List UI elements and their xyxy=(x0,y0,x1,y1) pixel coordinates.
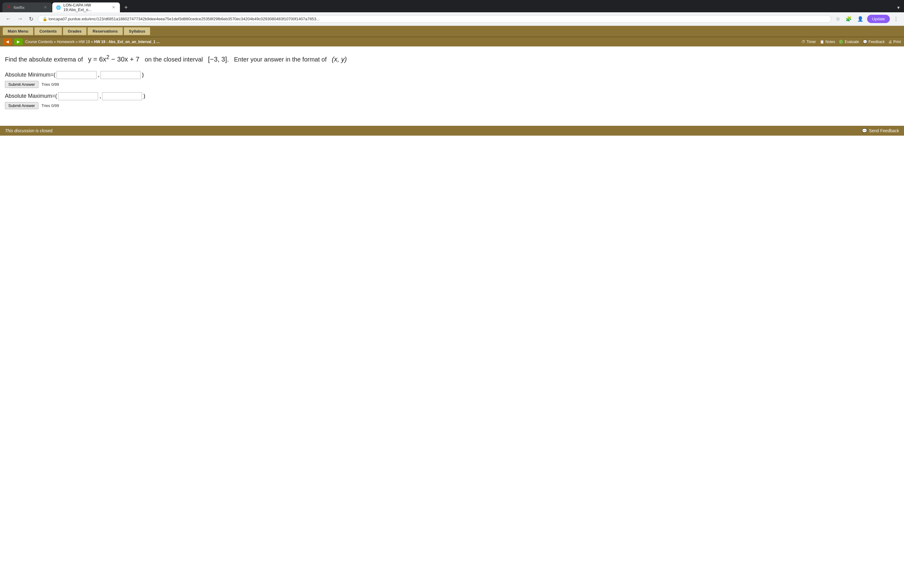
breadcrumb-right: ⏱ Timer 📋 Notes 🟢 Evaluate 💬 Feedback 🖨 … xyxy=(801,40,901,44)
tab-main-menu[interactable]: Main Menu xyxy=(2,27,33,35)
tab-netflix[interactable]: N Netflix × xyxy=(2,2,52,12)
absolute-minimum-tries: Tries 0/99 xyxy=(41,82,59,87)
breadcrumb-bar: ◄ ► Course Contents » Homework » HW 19 »… xyxy=(0,37,904,46)
timer-button[interactable]: ⏱ Timer xyxy=(801,40,816,44)
breadcrumb-current: HW 19 : Abs_Ext_on_an_Interval_1 ... xyxy=(94,40,160,44)
tab-contents[interactable]: Contents xyxy=(34,27,62,35)
loncapa-tabs: Main Menu Contents Grades Reservations S… xyxy=(0,27,904,35)
evaluate-button[interactable]: 🟢 Evaluate xyxy=(839,40,859,44)
netflix-favicon: N xyxy=(6,5,11,10)
problem-text: Find the absolute extrema of y = 6x2 − 3… xyxy=(5,52,899,65)
tab-bar: N Netflix × 🌐 LON-CAPA HW 19:Abs_Ext_o..… xyxy=(0,0,904,12)
absolute-maximum-x-input[interactable] xyxy=(58,92,98,100)
send-feedback-icon: 💬 xyxy=(862,128,867,133)
reload-button[interactable]: ↻ xyxy=(27,14,35,24)
loncapa-nav: Main Menu Contents Grades Reservations S… xyxy=(0,26,904,37)
evaluate-icon: 🟢 xyxy=(839,40,844,44)
extensions-button[interactable]: 🧩 xyxy=(844,15,853,23)
absolute-minimum-submit-row: Submit Answer Tries 0/99 xyxy=(5,81,899,88)
notes-icon: 📋 xyxy=(820,40,824,44)
print-icon: 🖨 xyxy=(888,40,892,44)
notes-button[interactable]: 📋 Notes xyxy=(820,40,835,44)
absolute-minimum-closing: ) xyxy=(142,72,144,78)
breadcrumb-left: ◄ ► Course Contents » Homework » HW 19 »… xyxy=(3,38,160,45)
print-button[interactable]: 🖨 Print xyxy=(888,40,901,44)
profile-button[interactable]: 👤 xyxy=(855,15,865,23)
tab-extra-controls: ▾ xyxy=(895,4,902,11)
problem-interval: [−3, 3]. xyxy=(208,55,229,63)
tab-list-button[interactable]: ▾ xyxy=(895,4,902,11)
tab-netflix-close[interactable]: × xyxy=(43,4,48,11)
print-label: Print xyxy=(893,40,901,44)
problem-middle: on the closed interval xyxy=(145,56,203,63)
absolute-maximum-label: Absolute Maximum=( xyxy=(5,93,57,99)
tab-loncapa-label: LON-CAPA HW 19:Abs_Ext_o... xyxy=(63,3,111,12)
absolute-minimum-comma: , xyxy=(98,72,99,78)
nav-bar: ← → ↻ 🔒 loncapa07.purdue.edu/enc/123/d68… xyxy=(0,12,904,26)
url-bar[interactable]: 🔒 loncapa07.purdue.edu/enc/123/d6851a186… xyxy=(38,15,831,23)
new-tab-button[interactable]: + xyxy=(122,3,130,12)
feedback-label: Feedback xyxy=(869,40,885,44)
absolute-minimum-group: Absolute Minimum=( , ) Submit Answer Tri… xyxy=(5,71,899,88)
problem-equation: y = 6x2 − 30x + 7 xyxy=(88,55,141,63)
problem-suffix: Enter your answer in the format of xyxy=(234,56,327,63)
tab-netflix-label: Netflix xyxy=(14,5,25,10)
tab-syllabus[interactable]: Syllabus xyxy=(123,27,150,35)
absolute-maximum-tries: Tries 0/99 xyxy=(41,103,59,108)
feedback-button[interactable]: 💬 Feedback xyxy=(863,40,885,44)
bookmark-button[interactable]: ☆ xyxy=(834,15,842,23)
update-button[interactable]: Update xyxy=(867,15,890,23)
back-button[interactable]: ← xyxy=(4,14,13,24)
absolute-maximum-comma: , xyxy=(99,93,101,100)
tab-grades[interactable]: Grades xyxy=(63,27,87,35)
breadcrumb: Course Contents » Homework » HW 19 » HW … xyxy=(25,40,160,44)
timer-label: Timer xyxy=(806,40,816,44)
absolute-maximum-y-input[interactable] xyxy=(102,92,142,100)
breadcrumb-forward-button[interactable]: ► xyxy=(14,38,23,45)
tab-loncapa[interactable]: 🌐 LON-CAPA HW 19:Abs_Ext_o... × xyxy=(52,2,120,12)
nav-right-controls: ☆ 🧩 👤 Update ⋮ xyxy=(834,15,900,23)
absolute-minimum-line: Absolute Minimum=( , ) xyxy=(5,71,899,79)
absolute-maximum-submit-row: Submit Answer Tries 0/99 xyxy=(5,102,899,109)
absolute-maximum-line: Absolute Maximum=( , ) xyxy=(5,92,899,100)
timer-icon: ⏱ xyxy=(801,40,805,44)
browser-chrome: N Netflix × 🌐 LON-CAPA HW 19:Abs_Ext_o..… xyxy=(0,0,904,26)
content-area: Find the absolute extrema of y = 6x2 − 3… xyxy=(0,46,904,120)
url-text: loncapa07.purdue.edu/enc/123/d6851a18602… xyxy=(49,17,827,21)
tab-loncapa-close[interactable]: × xyxy=(111,4,116,11)
menu-button[interactable]: ⋮ xyxy=(892,15,900,23)
footer-closed-text: This discussion is closed. xyxy=(5,128,54,133)
absolute-minimum-y-input[interactable] xyxy=(101,71,141,79)
problem-prefix: Find the absolute extrema of xyxy=(5,56,83,63)
absolute-minimum-x-input[interactable] xyxy=(57,71,96,79)
footer-bar: This discussion is closed. 💬 Send Feedba… xyxy=(0,126,904,136)
notes-label: Notes xyxy=(826,40,835,44)
absolute-maximum-submit-button[interactable]: Submit Answer xyxy=(5,102,38,109)
absolute-minimum-label: Absolute Minimum=( xyxy=(5,72,56,78)
feedback-icon: 💬 xyxy=(863,40,868,44)
absolute-maximum-group: Absolute Maximum=( , ) Submit Answer Tri… xyxy=(5,92,899,109)
absolute-maximum-closing: ) xyxy=(143,93,145,100)
send-feedback-button[interactable]: 💬 Send Feedback xyxy=(862,128,899,133)
forward-button[interactable]: → xyxy=(15,14,25,24)
absolute-minimum-submit-button[interactable]: Submit Answer xyxy=(5,81,38,88)
evaluate-label: Evaluate xyxy=(845,40,859,44)
breadcrumb-back-button[interactable]: ◄ xyxy=(3,38,12,45)
send-feedback-label: Send Feedback xyxy=(869,128,899,133)
breadcrumb-path: Course Contents » Homework » HW 19 » xyxy=(25,40,93,44)
absolute-minimum-inputs: , ) xyxy=(57,71,144,79)
lock-icon: 🔒 xyxy=(43,17,47,21)
problem-format: (x, y) xyxy=(332,55,347,63)
loncapa-favicon: 🌐 xyxy=(56,5,61,10)
absolute-maximum-inputs: , ) xyxy=(58,92,145,100)
tab-reservations[interactable]: Reservations xyxy=(87,27,123,35)
